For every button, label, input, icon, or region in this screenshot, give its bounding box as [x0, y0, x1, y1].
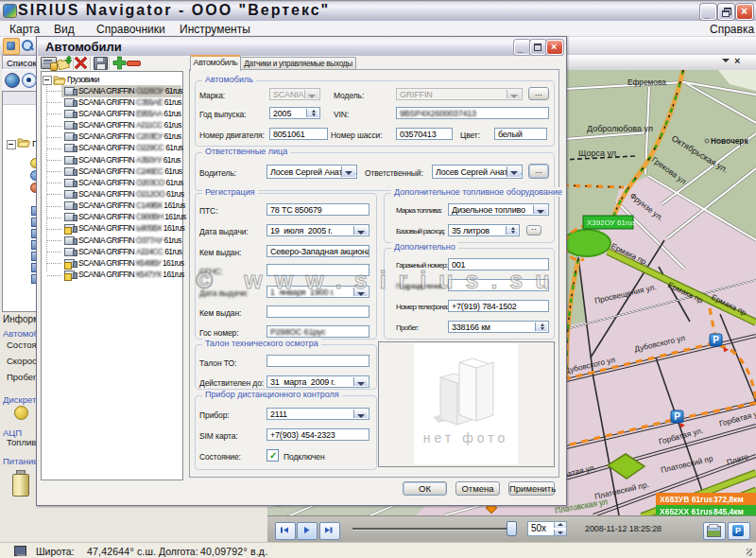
- svg-text:845,4км: 845,4км: [713, 507, 744, 515]
- svg-text:Новочерк: Новочерк: [711, 136, 748, 146]
- svg-text:Х392ОУ 61rus: Х392ОУ 61rus: [587, 218, 636, 227]
- svg-text:Щорса ул: Щорса ул: [578, 148, 616, 158]
- svg-text:Х652ХХ 61rus: Х652ХХ 61rus: [660, 507, 713, 515]
- svg-text:372,8км: 372,8км: [713, 495, 744, 504]
- svg-text:Добролюбова ул: Добролюбова ул: [587, 124, 653, 133]
- svg-text:P: P: [713, 335, 719, 345]
- svg-text:Х683УВ 61rus: Х683УВ 61rus: [660, 495, 713, 504]
- svg-text:P: P: [674, 411, 680, 422]
- svg-text:Ефремова: Ефремова: [627, 78, 666, 87]
